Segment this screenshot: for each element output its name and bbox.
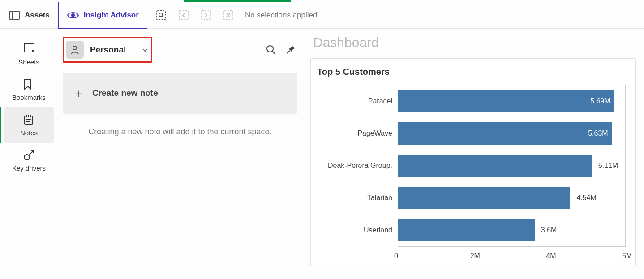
sidebar-item-notes[interactable]: Notes <box>4 107 54 143</box>
bar-row[interactable]: 5.63M <box>398 117 626 150</box>
svg-rect-6 <box>179 11 188 20</box>
eye-icon <box>67 11 79 20</box>
selection-tools <box>155 9 234 21</box>
create-note-button[interactable]: ＋ Create new note <box>63 73 297 114</box>
sidebar-label: Sheets <box>18 58 39 66</box>
sidebar-item-bookmarks[interactable]: Bookmarks <box>4 72 54 107</box>
chart-card: Top 5 Customers ParacelPageWaveDeak-Pere… <box>310 58 636 266</box>
space-name: Personal <box>90 45 126 55</box>
sheet-icon <box>23 43 35 55</box>
svg-line-19 <box>287 51 290 53</box>
bar[interactable]: 5.69M <box>398 90 614 112</box>
plus-icon: ＋ <box>73 86 84 101</box>
x-tick: 0 <box>398 247 474 264</box>
svg-rect-7 <box>202 11 210 20</box>
notes-hint: Creating a new note will add it to the c… <box>63 127 297 137</box>
insight-advisor-button[interactable]: Insight Advisor <box>58 2 147 29</box>
bar[interactable] <box>398 155 592 177</box>
key-drivers-icon <box>23 149 35 161</box>
selections-status: No selections applied <box>245 11 318 20</box>
clear-selections-icon <box>223 9 234 21</box>
svg-point-4 <box>159 13 163 17</box>
accent-strip <box>184 0 291 2</box>
sidebar-label: Notes <box>20 129 38 137</box>
y-axis-label: Userland <box>317 214 398 246</box>
chevron-down-icon <box>142 47 148 52</box>
notes-panel: Personal ＋ Create new note Creating a ne… <box>58 29 302 279</box>
y-axis-label: Talarian <box>317 182 398 214</box>
y-axis-label: PageWave <box>317 117 398 150</box>
space-selector[interactable]: Personal <box>63 37 152 63</box>
notes-icon <box>23 114 35 125</box>
y-axis-label: Paracel <box>317 85 398 117</box>
step-forward-icon <box>200 9 212 21</box>
bar[interactable] <box>398 187 570 209</box>
left-sidebar: Sheets Bookmarks Notes Key drivers <box>0 29 58 279</box>
top-toolbar: Assets Insight Advisor No selections app… <box>0 0 644 29</box>
create-note-label: Create new note <box>92 88 158 98</box>
sidebar-label: Key drivers <box>12 164 46 172</box>
svg-line-5 <box>162 16 163 17</box>
bar[interactable]: 5.63M <box>398 122 612 145</box>
bar-row[interactable]: 3.6M <box>398 214 626 246</box>
sidebar-item-key-drivers[interactable]: Key drivers <box>4 143 54 178</box>
svg-point-2 <box>71 13 75 17</box>
search-icon[interactable] <box>264 43 278 56</box>
person-icon <box>66 41 84 59</box>
x-axis: 02M4M6M <box>398 246 626 264</box>
dashboard-title: Dashboard <box>313 35 636 50</box>
dashboard-panel: Dashboard Top 5 Customers ParacelPageWav… <box>302 29 644 279</box>
bar-value-label: 3.6M <box>541 226 557 234</box>
x-tick: 2M <box>474 247 550 264</box>
svg-point-16 <box>73 46 77 50</box>
bar-row[interactable]: 5.11M <box>398 150 626 182</box>
panel-icon <box>9 9 20 21</box>
insight-label: Insight Advisor <box>84 11 139 20</box>
bar-value-label: 5.63M <box>588 129 608 137</box>
chart-title: Top 5 Customers <box>317 67 626 77</box>
bar-value-label: 4.54M <box>576 194 596 202</box>
bar-row[interactable]: 5.69M <box>398 85 626 117</box>
bar[interactable] <box>398 219 535 241</box>
assets-button[interactable]: Assets <box>0 2 58 29</box>
bar-value-label: 5.69M <box>590 97 610 105</box>
chart-plot-area: ParacelPageWaveDeak-Perera Group.Talaria… <box>317 85 626 246</box>
assets-label: Assets <box>25 11 50 20</box>
smart-search-icon[interactable] <box>155 9 167 21</box>
bar-row[interactable]: 4.54M <box>398 182 626 214</box>
svg-line-18 <box>272 51 275 54</box>
y-axis-label: Deak-Perera Group. <box>317 150 398 182</box>
sidebar-label: Bookmarks <box>12 94 46 101</box>
svg-point-17 <box>267 46 273 52</box>
svg-rect-9 <box>25 116 33 124</box>
svg-rect-0 <box>9 11 19 19</box>
step-back-icon <box>178 9 189 21</box>
sidebar-item-sheets[interactable]: Sheets <box>4 37 54 72</box>
bookmark-icon <box>23 78 35 90</box>
pin-icon[interactable] <box>284 43 297 56</box>
bar-value-label: 5.11M <box>598 162 618 170</box>
x-tick: 4M <box>550 247 626 264</box>
